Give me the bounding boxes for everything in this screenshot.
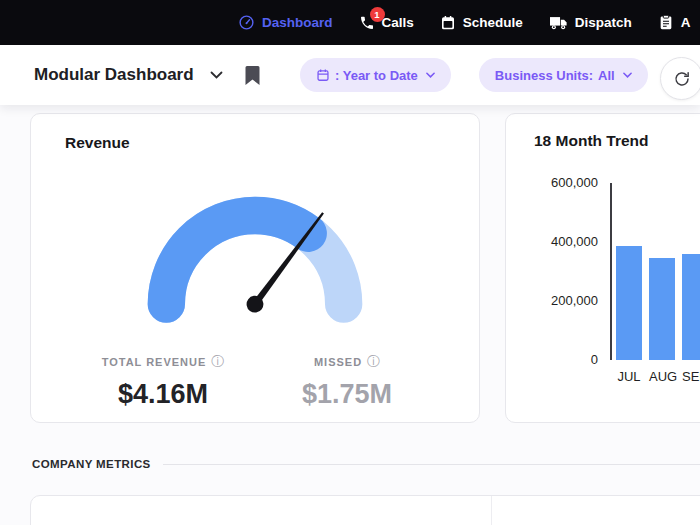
date-range-filter[interactable]: : Year to Date [300, 58, 451, 92]
section-divider [163, 464, 700, 465]
nav-dispatch-label: Dispatch [575, 15, 632, 30]
clipboard-icon [658, 14, 674, 31]
trend-x-label: AUG [649, 369, 675, 384]
info-icon[interactable]: ⓘ [367, 353, 380, 371]
nav-schedule-label: Schedule [463, 15, 523, 30]
missed-revenue-stat: MISSED ⓘ $1.75M [255, 353, 439, 410]
top-nav-items: Dashboard 1 Calls Schedule Dispatch [238, 0, 691, 45]
chevron-down-icon [426, 72, 435, 78]
trend-bar [682, 254, 700, 360]
nav-dashboard[interactable]: Dashboard [238, 14, 333, 31]
trend-y-tick: 400,000 [534, 235, 598, 249]
info-icon[interactable]: ⓘ [211, 353, 224, 371]
company-metrics-card [30, 495, 700, 525]
trend-bar [649, 258, 675, 360]
trend-y-tick: 600,000 [534, 176, 598, 190]
page-title: Modular Dashboard [34, 65, 194, 85]
column-divider [491, 496, 492, 525]
filter-pills: : Year to Date Business Units: All [300, 58, 648, 92]
nav-schedule[interactable]: Schedule [440, 15, 523, 31]
trend-x-labels: JULAUGSEP [610, 369, 700, 384]
trend-x-label: SEP [682, 369, 700, 384]
total-revenue-label: TOTAL REVENUE ⓘ [71, 353, 255, 371]
dashboard-title-group: Modular Dashboard [34, 45, 260, 105]
chevron-down-icon [623, 72, 632, 78]
revenue-gauge [65, 164, 445, 327]
nav-dashboard-label: Dashboard [262, 15, 333, 30]
phone-icon: 1 [359, 15, 375, 31]
top-nav-bar: Dashboard 1 Calls Schedule Dispatch [0, 0, 700, 45]
dashboard-toolbar: Modular Dashboard : Year to Date Busines… [0, 45, 700, 105]
dashboard-gauge-icon [238, 14, 255, 31]
revenue-stats: TOTAL REVENUE ⓘ $4.16M MISSED ⓘ $1.75M [65, 353, 445, 410]
bookmark-icon[interactable] [245, 66, 260, 85]
date-range-label: : Year to Date [335, 68, 418, 83]
trend-y-ticks: 600,000400,000200,0000 [534, 176, 598, 367]
trend-y-tick: 0 [534, 353, 598, 367]
section-label: COMPANY METRICS [32, 458, 151, 470]
trend-card: 18 Month Trend 600,000400,000200,0000 JU… [505, 113, 700, 423]
missed-revenue-label: MISSED ⓘ [255, 353, 439, 371]
refresh-button[interactable] [660, 57, 700, 100]
trend-x-label: JUL [616, 369, 642, 384]
trend-card-title: 18 Month Trend [534, 132, 700, 150]
calendar-icon [316, 68, 330, 82]
calendar-icon [440, 15, 456, 31]
revenue-card-title: Revenue [65, 134, 445, 152]
nav-accounting-label: A [681, 15, 691, 30]
chevron-down-icon[interactable] [210, 71, 223, 79]
nav-calls[interactable]: 1 Calls [359, 15, 414, 31]
total-revenue-stat: TOTAL REVENUE ⓘ $4.16M [71, 353, 255, 410]
trend-y-tick: 200,000 [534, 294, 598, 308]
business-units-prefix: Business Units: [495, 68, 593, 83]
revenue-card: Revenue TOTAL REVENUE ⓘ $4.16M MISSED ⓘ … [30, 113, 480, 423]
total-revenue-value: $4.16M [71, 379, 255, 410]
nav-calls-label: Calls [382, 15, 414, 30]
trend-plot [610, 183, 700, 360]
truck-icon [549, 14, 568, 31]
business-units-value: All [598, 68, 615, 83]
nav-dispatch[interactable]: Dispatch [549, 14, 632, 31]
refresh-icon [673, 70, 691, 88]
trend-chart: 600,000400,000200,0000 JULAUGSEP [534, 183, 700, 384]
company-metrics-section: COMPANY METRICS [32, 458, 700, 470]
nav-accounting[interactable]: A [658, 14, 691, 31]
trend-plot-column: JULAUGSEP [610, 183, 700, 384]
missed-revenue-value: $1.75M [255, 379, 439, 410]
calls-badge: 1 [370, 7, 385, 22]
business-units-filter[interactable]: Business Units: All [479, 58, 648, 92]
trend-bar [616, 246, 642, 360]
